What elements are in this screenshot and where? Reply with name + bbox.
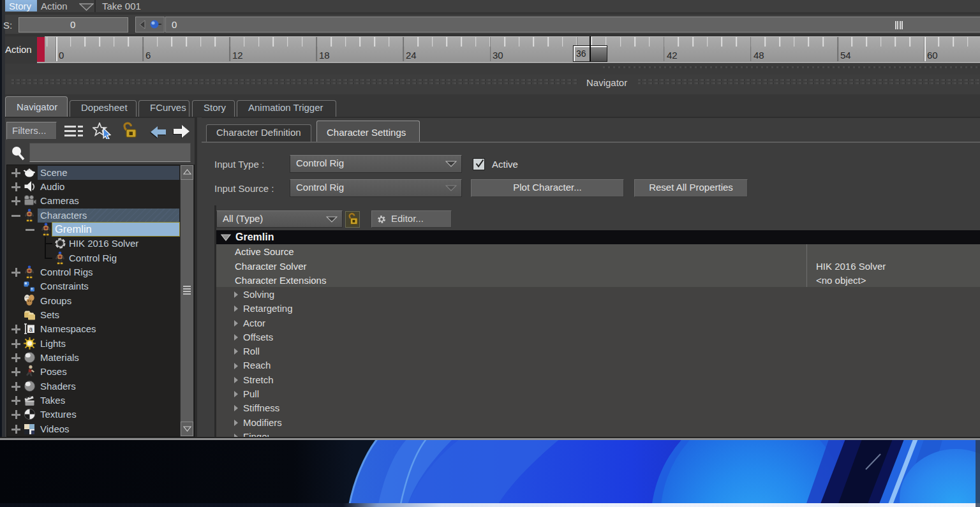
svg-text:a: a [29,326,33,333]
